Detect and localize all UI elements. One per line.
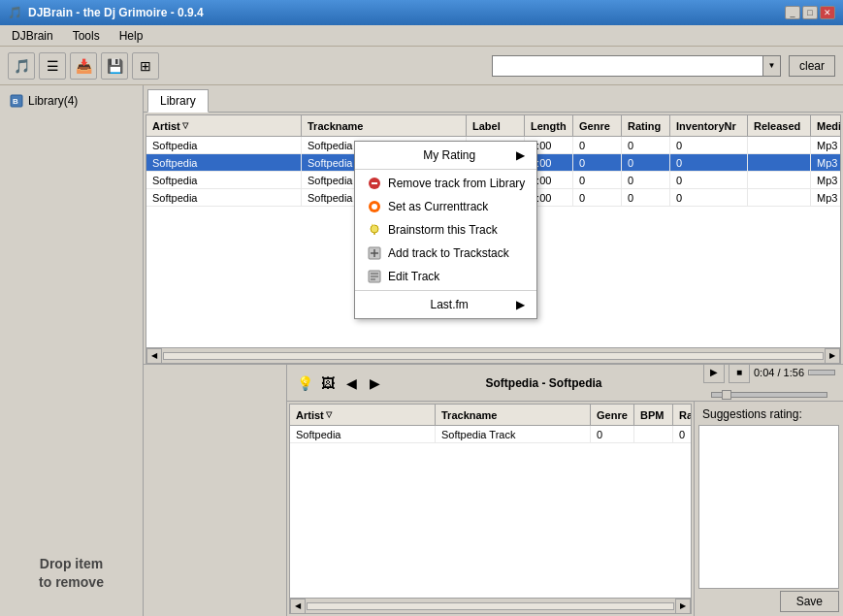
grid-toolbar-btn[interactable]: ⊞	[132, 52, 159, 80]
td-inventory-2: 0	[670, 172, 748, 188]
ctx-arrow-6: ▶	[516, 298, 525, 311]
import-icon: 📥	[76, 58, 92, 74]
td-s-genre-0: 0	[591, 426, 634, 442]
td-inventory-0: 0	[670, 137, 748, 153]
th-s-artist[interactable]: Artist ▽	[290, 405, 436, 425]
image-icon[interactable]: 🖼	[318, 373, 338, 393]
bulb-icon[interactable]: 💡	[295, 373, 314, 393]
ctx-remove-track[interactable]: Remove track from Library	[355, 172, 536, 195]
ctx-brainstorm[interactable]: Brainstorm this Track	[355, 218, 536, 242]
ctx-set-current[interactable]: Set as Currenttrack	[355, 195, 536, 218]
s-scroll-right-btn[interactable]: ▶	[675, 599, 691, 614]
th-length[interactable]: Length	[525, 115, 573, 136]
scroll-left-btn[interactable]: ◀	[146, 348, 162, 364]
save-button[interactable]: Save	[780, 591, 839, 612]
time-display: 0:04 / 1:56	[754, 367, 804, 378]
td-inventory-1: 0	[670, 154, 748, 171]
svg-text:B: B	[13, 97, 18, 106]
td-rating-3: 0	[622, 189, 670, 206]
td-artist-1: Softpedia	[146, 154, 302, 171]
ctx-brainstorm-icon	[367, 222, 382, 238]
volume-thumb[interactable]	[722, 390, 731, 400]
title-bar-controls: _ □ ✕	[785, 6, 835, 19]
play-button[interactable]: ▶	[703, 365, 725, 383]
td-genre-1: 0	[573, 154, 622, 171]
td-genre-3: 0	[573, 189, 622, 206]
save-toolbar-btn[interactable]: 💾	[101, 52, 128, 80]
ctx-edit-track[interactable]: Edit Track	[355, 265, 536, 288]
ctx-add-label: Add track to Trackstack	[388, 246, 509, 260]
menu-tools[interactable]: Tools	[65, 27, 108, 45]
maximize-button[interactable]: □	[802, 6, 818, 19]
lower-section: 💡 🖼 ◀ ▶ Softpedia - Softpedia ▶ ■ 0:04 /…	[144, 364, 843, 616]
ctx-add-trackstack[interactable]: Add track to Trackstack	[355, 242, 536, 265]
s-scroll-track[interactable]	[307, 602, 674, 610]
td-released-2	[748, 172, 811, 188]
td-s-bpm-0	[634, 426, 673, 442]
th-media[interactable]: Media	[811, 115, 841, 136]
sort-arrow-artist: ▽	[182, 121, 188, 130]
td-rating-1: 0	[622, 154, 670, 171]
tab-bar: Library	[144, 85, 843, 113]
search-combo-wrapper: ▼	[492, 55, 781, 77]
suggestions-rating-box	[698, 425, 839, 589]
search-input[interactable]	[492, 55, 763, 77]
prev-icon[interactable]: ◀	[341, 373, 361, 393]
th-s-rating[interactable]: Rating	[673, 405, 692, 425]
tab-library[interactable]: Library	[147, 89, 209, 113]
sidebar-library-label: Library(4)	[28, 94, 78, 108]
progress-bar[interactable]	[808, 370, 835, 375]
menu-help[interactable]: Help	[112, 27, 151, 45]
th-s-bpm[interactable]: BPM	[634, 405, 673, 425]
scroll-track[interactable]	[163, 352, 824, 360]
th-released[interactable]: Released	[748, 115, 811, 136]
minimize-button[interactable]: _	[785, 6, 800, 19]
grid-icon: ⊞	[140, 58, 151, 74]
ctx-separator-0	[355, 169, 536, 170]
ctx-lastfm[interactable]: Last.fm ▶	[355, 293, 536, 316]
stop-button[interactable]: ■	[729, 365, 750, 383]
th-s-trackname[interactable]: Trackname	[436, 405, 591, 425]
table-row[interactable]: Softpedia Softpedia Track 0 0	[290, 426, 691, 443]
close-button[interactable]: ✕	[820, 6, 835, 19]
th-s-genre[interactable]: Genre	[591, 405, 634, 425]
library-h-scrollbar[interactable]: ◀ ▶	[146, 347, 840, 363]
th-trackname[interactable]: Trackname	[302, 115, 467, 136]
th-rating[interactable]: Rating	[622, 115, 670, 136]
title-bar: 🎵 DJBrain - the Dj Grimoire - 0.9.4 _ □ …	[0, 0, 843, 25]
music-toolbar-btn[interactable]: 🎵	[8, 52, 35, 80]
s-scroll-left-btn[interactable]: ◀	[290, 599, 306, 614]
td-media-0: Mp3	[811, 137, 840, 153]
player-right-controls: ▶ ■ 0:04 / 1:56	[703, 365, 835, 405]
volume-slider[interactable]	[711, 392, 827, 398]
ctx-lastfm-label: Last.fm	[431, 298, 469, 311]
search-combo-arrow[interactable]: ▼	[763, 55, 781, 77]
th-inventory[interactable]: InventoryNr	[670, 115, 748, 136]
next-icon[interactable]: ▶	[365, 373, 384, 393]
list-icon: ☰	[47, 58, 59, 74]
drop-line1: Drop item	[40, 556, 103, 571]
td-released-1	[748, 154, 811, 171]
ctx-remove-label: Remove track from Library	[388, 177, 525, 190]
suggestions-panel: Artist ▽ Trackname Genre B	[287, 402, 843, 616]
list-toolbar-btn[interactable]: ☰	[39, 52, 66, 80]
scroll-right-btn[interactable]: ▶	[825, 348, 840, 364]
clear-button[interactable]: clear	[789, 55, 835, 77]
ctx-my-rating[interactable]: My Rating ▶	[355, 144, 536, 167]
th-genre[interactable]: Genre	[573, 115, 622, 136]
th-artist[interactable]: Artist ▽	[146, 115, 302, 136]
sidebar-item-library[interactable]: B Library(4)	[4, 89, 139, 113]
sort-arrow-s-artist: ▽	[326, 410, 332, 419]
td-artist-3: Softpedia	[146, 189, 302, 206]
context-menu: My Rating ▶ Remove track from Library Se…	[354, 141, 537, 319]
td-rating-2: 0	[622, 172, 670, 188]
suggestions-h-scrollbar[interactable]: ◀ ▶	[290, 598, 691, 613]
td-artist-2: Softpedia	[146, 172, 302, 188]
th-label[interactable]: Label	[467, 115, 525, 136]
svg-point-6	[371, 225, 378, 233]
sidebar-bottom: Drop item to remove	[4, 113, 139, 612]
title-bar-left: 🎵 DJBrain - the Dj Grimoire - 0.9.4	[8, 6, 204, 19]
menu-djbrain[interactable]: DJBrain	[4, 27, 61, 45]
td-media-1: Mp3	[811, 154, 840, 171]
import-toolbar-btn[interactable]: 📥	[70, 52, 97, 80]
